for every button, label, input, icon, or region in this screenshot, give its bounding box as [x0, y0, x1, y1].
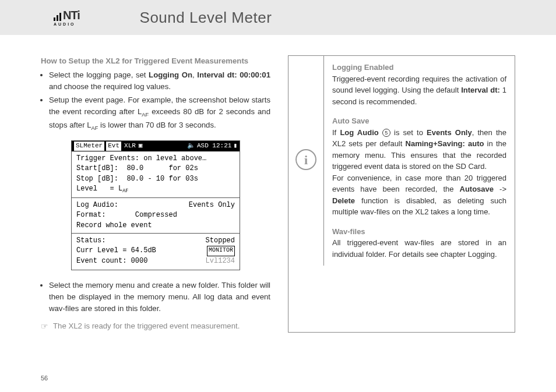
text-bold: Autosave [460, 185, 494, 193]
text: Event count: 0000 [76, 256, 147, 266]
page-title: Sound Level Meter [140, 9, 272, 27]
left-column: How to Setup the XL2 for Triggered Event… [41, 55, 270, 333]
sd-icon: ▣ [139, 142, 143, 151]
ss-stop-row: Stop [dB]: 80.0 - 10 for 03s [76, 174, 235, 184]
text-bold: Log Audio [340, 128, 378, 137]
info-h2: Auto Save [332, 115, 506, 127]
list-item: Select the logging page, set Logging On,… [49, 69, 270, 93]
text-sub: AF [142, 112, 149, 118]
text-dim: Lvl1234 [206, 256, 235, 266]
logo-bars-icon [54, 13, 61, 21]
ss-trigger-header: Trigger Events: on level above… [76, 154, 235, 164]
text-bold: Delete [332, 196, 355, 205]
device-screenshot: SLMeter Evt XLR ▣ 🔈 ASD 12:21 ▮ Trigger … [71, 140, 240, 270]
text-bold: Events Only [427, 128, 472, 137]
setup-steps-list: Select the logging page, set Logging On,… [41, 69, 270, 132]
text: Status: [76, 236, 105, 246]
info-icon-cell: i [288, 56, 323, 170]
ss-record-row: Record whole event [76, 221, 235, 231]
text: is set to [390, 128, 427, 137]
ss-tab-main: SLMeter [74, 142, 104, 151]
text: Level = L [76, 185, 122, 193]
text-bold: Interval dt: 00:00:01 [197, 70, 270, 79]
speaker-icon: 🔈 [187, 142, 195, 151]
ss-status-row: Status: Stopped [76, 236, 235, 246]
text: If [332, 128, 340, 137]
text-bold: Logging On [149, 70, 192, 79]
ss-titlebar: SLMeter Evt XLR ▣ 🔈 ASD 12:21 ▮ [72, 141, 240, 151]
ss-tab-evt: Evt [106, 142, 121, 151]
list-item: Select the memory menu and create a new … [49, 280, 270, 314]
info-box: i Logging Enabled Triggered-event record… [288, 55, 515, 333]
ss-log-audio-row: Log Audio: Events Only [76, 200, 235, 210]
info-h1: Logging Enabled [332, 62, 506, 73]
logo-main: NTi [54, 9, 80, 21]
ss-format-row: Format: Compressed [76, 210, 235, 220]
ss-count-row: Event count: 0000 Lvl1234 [76, 256, 235, 266]
pointer-icon: ☞ [41, 320, 48, 333]
info-h3: Wav-files [332, 226, 506, 238]
text: Stopped [206, 236, 235, 246]
ss-level-row: Level = LAF [76, 184, 235, 195]
info-p3: For convenience, in case more than 20 tr… [332, 172, 506, 218]
ss-body: Trigger Events: on level above… Start[dB… [72, 151, 240, 270]
text: -> [494, 185, 506, 193]
right-column: i Logging Enabled Triggered-event record… [288, 55, 515, 333]
left-heading: How to Setup the XL2 for Triggered Event… [41, 55, 270, 67]
ss-clock: ASD 12:21 [197, 142, 231, 151]
logo-text: NTi [63, 9, 80, 21]
info-p1: Triggered-event recording requires the a… [332, 73, 506, 108]
brand-logo: NTi AUDIO [41, 9, 76, 26]
text: function is disabled, as deleting such m… [332, 196, 506, 217]
text-bold: Naming+Saving: auto [406, 139, 484, 148]
info-icon: i [295, 149, 316, 170]
ss-curr-row: Curr Level = 64.5dB MONITOR [76, 246, 235, 256]
text: and choose the required log values. [49, 82, 171, 91]
header-bar: NTi AUDIO Sound Level Meter [0, 0, 556, 35]
battery-icon: ▮ [233, 142, 237, 151]
text-bold: Interval dt: [461, 86, 500, 94]
logo-subtitle: AUDIO [54, 22, 76, 26]
text: Select the logging page, set [49, 70, 149, 79]
text: Events Only [189, 200, 235, 210]
page-number: 56 [41, 375, 48, 382]
info-p2: If Log Audio 5 is set to Events Only, th… [332, 127, 506, 172]
info-content: Logging Enabled Triggered-event recordin… [323, 56, 515, 266]
text: is lower than 70 dB for 3 seconds. [98, 121, 216, 129]
circled-5-icon: 5 [382, 129, 390, 137]
divider [72, 197, 240, 198]
text-sub: AF [92, 125, 98, 130]
ready-text: The XL2 is ready for the triggered event… [53, 320, 240, 332]
list-item: Setup the event page. For example, the s… [49, 94, 270, 132]
ss-start-row: Start[dB]: 80.0 for 02s [76, 164, 235, 174]
setup-steps-list-2: Select the memory menu and create a new … [41, 280, 270, 314]
divider [72, 233, 240, 234]
text-sub: AF [122, 189, 128, 195]
text: Log Audio: [76, 200, 118, 210]
monitor-badge: MONITOR [207, 246, 235, 256]
info-p4: All triggered-event wav-files are stored… [332, 237, 506, 260]
text: Curr Level = 64.5dB [76, 246, 156, 256]
ready-line: ☞ The XL2 is ready for the triggered eve… [41, 320, 270, 333]
ss-tab-xlr: XLR [123, 142, 137, 151]
content-area: How to Setup the XL2 for Triggered Event… [0, 35, 556, 333]
